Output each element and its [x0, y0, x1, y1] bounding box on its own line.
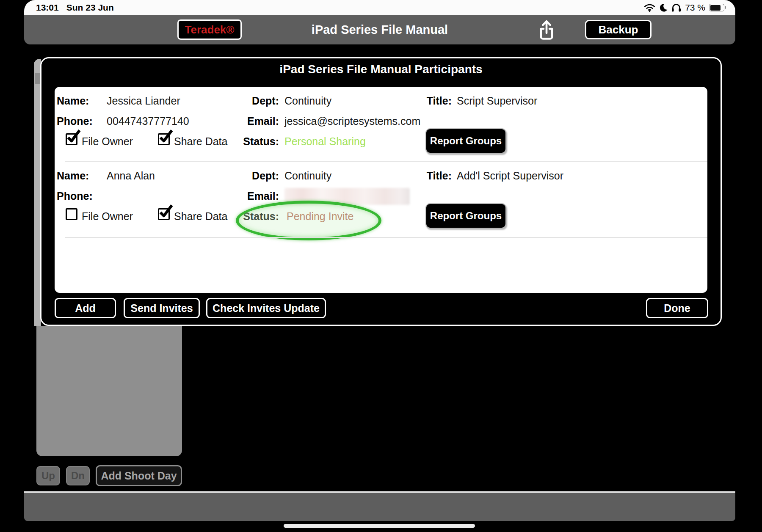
dept-label: Dept: — [224, 94, 279, 108]
name-value: Anna Alan — [107, 168, 155, 183]
dept-label: Dept: — [224, 168, 279, 183]
phone-value: 00447437777140 — [107, 114, 189, 128]
app-toolbar: iPad Series File Manual Teradek® Backup — [24, 15, 735, 44]
dept-value: Continuity — [284, 168, 331, 183]
phone-label: Phone: — [57, 189, 93, 203]
dept-value: Continuity — [284, 94, 331, 108]
share-data-label: Share Data — [174, 134, 227, 149]
share-data-label: Share Data — [174, 209, 227, 223]
email-label: Email: — [224, 189, 279, 203]
done-button[interactable]: Done — [646, 298, 708, 318]
title-value: Script Supervisor — [457, 94, 537, 108]
bottom-bar — [24, 491, 735, 521]
participants-dialog: iPad Series File Manual Participants Nam… — [40, 57, 722, 326]
add-button[interactable]: Add — [55, 298, 116, 318]
report-groups-button[interactable]: Report Groups — [425, 128, 506, 154]
battery-percent: 73 % — [685, 3, 705, 13]
email-value: jessica@scriptesystems.com — [284, 114, 420, 128]
check-invites-update-button[interactable]: Check Invites Update — [206, 298, 326, 318]
moon-icon — [659, 3, 668, 12]
backup-button[interactable]: Backup — [585, 20, 652, 39]
send-invites-button[interactable]: Send Invites — [124, 298, 200, 318]
background-list-panel — [36, 326, 182, 456]
title-value: Add'l Script Supervisor — [457, 168, 563, 183]
dialog-title: iPad Series File Manual Participants — [41, 63, 721, 76]
home-indicator[interactable] — [284, 524, 475, 528]
file-owner-checkbox[interactable] — [66, 208, 77, 220]
wifi-icon — [644, 3, 655, 12]
status-label: Status: — [224, 209, 279, 223]
name-value: Jessica Liander — [107, 94, 180, 108]
phone-label: Phone: — [57, 114, 93, 128]
share-data-checkbox[interactable] — [158, 208, 170, 220]
status-bar: 13:01 Sun 23 Jun 73 % — [24, 0, 735, 15]
status-time: 13:01 — [36, 3, 59, 13]
participant-row: Name: Jessica Liander Dept: Continuity T… — [55, 87, 707, 162]
teradek-brand-button[interactable]: Teradek® — [177, 19, 242, 40]
dn-button[interactable]: Dn — [66, 466, 90, 485]
file-owner-label: File Owner — [82, 209, 133, 223]
status-label: Status: — [224, 134, 279, 149]
share-data-checkbox[interactable] — [158, 133, 170, 145]
status-value: Pending Invite — [287, 209, 353, 223]
up-button[interactable]: Up — [36, 466, 60, 485]
scrollbar-handle — [35, 73, 40, 84]
title-label: Title: — [412, 168, 452, 183]
participant-row: Name: Anna Alan Dept: Continuity Title: … — [55, 162, 707, 238]
headphones-icon — [671, 3, 681, 12]
participants-panel: Name: Jessica Liander Dept: Continuity T… — [55, 87, 707, 293]
name-label: Name: — [57, 168, 89, 183]
share-upload-icon[interactable] — [537, 19, 556, 41]
file-owner-checkbox[interactable] — [66, 133, 77, 145]
redacted-email-blur — [284, 188, 410, 205]
file-owner-label: File Owner — [82, 134, 133, 149]
status-date: Sun 23 Jun — [66, 3, 114, 13]
status-value: Personal Sharing — [284, 134, 366, 149]
screen: 13:01 Sun 23 Jun 73 % iPad Series File M… — [0, 0, 762, 532]
name-label: Name: — [57, 94, 89, 108]
title-label: Title: — [412, 94, 452, 108]
report-groups-button[interactable]: Report Groups — [425, 203, 506, 229]
add-shoot-day-button[interactable]: Add Shoot Day — [96, 465, 182, 486]
email-label: Email: — [224, 114, 279, 128]
battery-icon — [709, 4, 724, 11]
row-divider — [65, 237, 707, 238]
